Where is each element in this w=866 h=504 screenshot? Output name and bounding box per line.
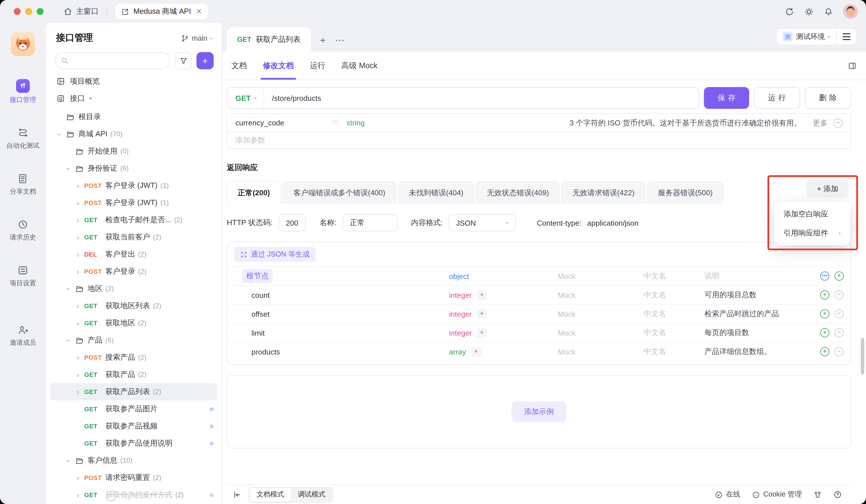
cn-name-placeholder[interactable]: 中文名 [644, 347, 704, 357]
cn-name-placeholder[interactable]: 中文名 [644, 328, 704, 338]
tree-item[interactable]: POST 客户登录 (JWT) (1) [51, 194, 217, 211]
caret-down-icon[interactable]: ▾ [89, 96, 92, 101]
mock-placeholder[interactable]: Mock [558, 291, 644, 299]
generate-from-json-button[interactable]: 通过 JSON 等生成 [234, 247, 315, 262]
tshirt-icon[interactable] [813, 490, 822, 499]
tree-caret-icon[interactable] [77, 302, 84, 310]
schema-description[interactable]: 检索产品时跳过的产品 [704, 309, 815, 319]
add-field-icon[interactable]: + [820, 328, 829, 337]
minimize-window-button[interactable] [25, 8, 32, 15]
rail-item-auto-test[interactable]: 自动化测试 [7, 127, 40, 150]
tree-item[interactable]: 身份验证 (6) [51, 160, 217, 177]
home-tab[interactable]: 主窗口 [63, 6, 99, 16]
tree-item[interactable]: GET 获取地区 (2) [51, 314, 217, 332]
response-name-input[interactable] [350, 219, 390, 227]
close-window-button[interactable] [14, 8, 21, 15]
more-tabs-button[interactable]: ⋯ [335, 35, 344, 45]
tree-item[interactable]: GET 获取当前客户 (2) [51, 228, 217, 246]
tree-item[interactable]: POST 请求密码重置 (2) [51, 469, 217, 486]
remove-field-icon[interactable]: − [834, 328, 844, 337]
add-param-placeholder[interactable]: 添加参数 [227, 132, 851, 148]
schema-row[interactable]: offset integer * Mock 中文名 检索产品时跳过的产品 [227, 304, 851, 323]
tree-item[interactable]: GET 获取地区列表 (2) [51, 297, 217, 314]
cn-name-placeholder[interactable]: 中文名 [644, 290, 704, 300]
help-icon[interactable] [833, 490, 842, 499]
response-tab[interactable]: 客户端错误或多个错误(400) [282, 181, 396, 204]
new-tab-button[interactable]: + [320, 35, 326, 45]
api-subtab[interactable]: 运行 [310, 52, 325, 80]
param-more-link[interactable]: 更多 [813, 118, 828, 128]
tree-caret-icon[interactable] [77, 182, 84, 189]
tree-item[interactable]: 开始使用 (0) [51, 143, 217, 160]
tree-item[interactable]: GET 获取参产品使用说明 [51, 435, 217, 452]
run-button[interactable]: 运行 [754, 87, 800, 109]
status-code-input[interactable] [286, 219, 298, 227]
bell-icon[interactable] [824, 7, 833, 16]
add-api-button[interactable]: + [197, 52, 214, 69]
tree-item[interactable]: 地区 (2) [51, 280, 217, 297]
advanced-settings-icon[interactable]: ••• [820, 271, 829, 281]
mock-placeholder[interactable]: Mock [558, 347, 644, 356]
sync-icon[interactable] [785, 7, 795, 16]
cn-name-placeholder[interactable]: 中文名 [644, 309, 704, 319]
tree-caret-icon[interactable] [77, 250, 84, 258]
add-field-icon[interactable]: + [820, 309, 829, 318]
save-button[interactable]: 保存 [704, 87, 749, 109]
environment-menu-button[interactable] [837, 29, 856, 45]
response-tab[interactable]: 服务器错误(500) [647, 181, 724, 204]
schema-description[interactable]: 说明 [704, 271, 815, 281]
project-logo[interactable] [11, 32, 35, 56]
tree-caret-icon[interactable] [77, 388, 84, 395]
sidebar-item-overview[interactable]: 项目概览 [46, 73, 222, 90]
rail-item-share-docs[interactable]: 分享文档 [10, 173, 36, 196]
tree-caret-icon[interactable] [77, 474, 84, 481]
cn-name-placeholder[interactable]: 中文名 [644, 271, 704, 281]
schema-description[interactable]: 可用的项目总数 [704, 290, 815, 300]
tree-caret-icon[interactable] [68, 285, 75, 292]
response-tab[interactable]: 无效请求错误(422) [562, 181, 645, 204]
tree-item[interactable]: POST 客户登录 (JWT) (1) [51, 177, 217, 194]
api-subtab[interactable]: 高级 Mock [341, 52, 377, 80]
tree-item[interactable]: 客户信息 (10) [51, 452, 217, 469]
vertical-scrollbar-thumb[interactable] [861, 338, 864, 374]
schema-description[interactable]: 产品详细信息数组。 [704, 347, 815, 357]
tree-caret-icon[interactable] [77, 233, 84, 241]
tree-caret-icon[interactable] [77, 354, 84, 361]
response-tab[interactable]: 正常(200) [227, 181, 281, 204]
user-avatar[interactable] [843, 4, 858, 19]
add-response-button[interactable]: + 添加 [807, 180, 849, 198]
schema-row[interactable]: limit integer * Mock 中文名 每页的项目数 [227, 323, 851, 342]
response-tab[interactable]: 无效状态错误(409) [476, 181, 560, 204]
menu-item-blank-response[interactable]: 添加空白响应 [774, 204, 850, 223]
gear-icon[interactable] [804, 7, 814, 16]
tree-item[interactable]: GET 获取保存的支付方式 (2) [51, 486, 217, 503]
mock-placeholder[interactable]: Mock [558, 272, 644, 280]
api-subtab[interactable]: 文档 [231, 52, 247, 80]
branch-selector[interactable]: main › [181, 34, 212, 42]
search-input[interactable] [55, 52, 170, 69]
online-status[interactable]: 在线 [714, 490, 740, 500]
response-tab[interactable]: 未找到错误(404) [398, 181, 474, 204]
rail-item-api-management[interactable]: 接口管理 [10, 79, 36, 104]
schema-description[interactable]: 每页的项目数 [704, 328, 815, 338]
close-tab-icon[interactable]: ✕ [196, 8, 202, 15]
add-field-icon[interactable]: + [820, 290, 829, 300]
environment-selector[interactable]: 测 测试环境 › [777, 32, 836, 42]
mock-placeholder[interactable]: Mock [558, 328, 644, 337]
tree-caret-icon[interactable] [68, 165, 75, 172]
schema-row[interactable]: products array * Mock 中文名 产品详细信息数组。 [227, 342, 851, 361]
tree-item[interactable]: GET 获取参产品视频 [51, 417, 217, 435]
tree-caret-icon[interactable] [58, 130, 66, 138]
tree-item[interactable]: DEL 客户登出 (2) [51, 246, 217, 263]
tree-caret-icon[interactable] [77, 268, 84, 275]
tree-item[interactable]: GET 检查电子邮件是否... (2) [51, 211, 217, 228]
rail-item-project-settings[interactable]: 项目设置 [10, 265, 36, 288]
delete-button[interactable]: 删除 [805, 87, 851, 109]
remove-field-icon[interactable]: − [834, 347, 844, 356]
drag-handle-icon[interactable] [332, 120, 346, 126]
add-field-icon[interactable]: + [834, 271, 844, 281]
tree-item[interactable]: GET 获取参产品图片 [51, 400, 217, 417]
schema-row[interactable]: 根节点 object * Mock 中文名 说明 ••• [227, 266, 851, 285]
api-subtab[interactable]: 修改文档 [263, 52, 294, 80]
zoom-window-button[interactable] [37, 8, 44, 15]
